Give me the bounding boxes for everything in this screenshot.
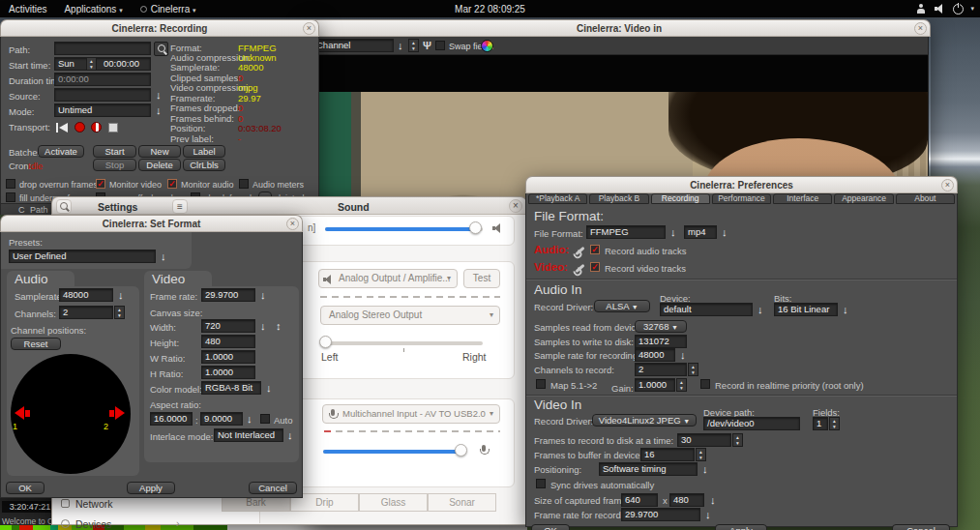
input-volume-slider[interactable] [323, 450, 463, 454]
channel-input[interactable]: Channel [312, 39, 394, 52]
cancel-button[interactable]: Cancel [892, 524, 950, 530]
settings-headerbar[interactable]: Settings ≡ Sound × [51, 196, 527, 215]
interlace-dropdown-icon[interactable]: ↓ [287, 428, 293, 442]
delete-button[interactable]: Delete [138, 159, 181, 171]
fill-underrun-checkbox[interactable] [6, 192, 15, 202]
gain-spinner[interactable]: ▴▾ [676, 378, 687, 392]
audio-device-dropdown-icon[interactable]: ↓ [757, 303, 763, 316]
timeline-strip[interactable] [0, 525, 227, 530]
source-input[interactable] [54, 88, 151, 102]
tab-interface[interactable]: Interface [773, 193, 832, 204]
stop-button[interactable]: Stop [93, 159, 136, 171]
samplerate-input[interactable]: 48000 [59, 288, 113, 302]
presets-dropdown[interactable]: User Defined [9, 250, 156, 263]
frame-rate-input[interactable]: 29.9700 [201, 288, 255, 302]
width-updown-icon[interactable]: ↕ [276, 319, 282, 333]
gain-input[interactable]: 1.0000 [635, 378, 675, 392]
activate-button[interactable]: Activate [38, 145, 84, 158]
test-speakers-button[interactable]: Test [463, 269, 500, 288]
width-input[interactable]: 720 [201, 319, 255, 333]
ok-button[interactable]: OK [6, 482, 45, 494]
positioning-dropdown-icon[interactable]: ↓ [702, 462, 708, 476]
apply-button[interactable]: Apply [127, 482, 175, 494]
alert-sound-sonar[interactable]: Sonar [428, 493, 496, 512]
video-wrench-icon[interactable] [575, 264, 584, 273]
start-button[interactable]: Start [93, 145, 136, 158]
bits-dropdown-icon[interactable]: ↓ [843, 303, 848, 316]
tab-appearance[interactable]: Appearance [834, 193, 893, 204]
sync-drives-checkbox[interactable] [536, 479, 546, 488]
record-video-checkbox[interactable]: ✓ [590, 262, 600, 272]
audio-wrench-icon[interactable] [575, 247, 584, 255]
applications-menu[interactable]: Applications ▾ [55, 4, 131, 15]
record-frame-rate-dropdown-icon[interactable]: ↓ [705, 508, 711, 521]
tab-recording[interactable]: Recording [651, 193, 710, 204]
system-volume-slider[interactable] [325, 227, 483, 231]
tab-about[interactable]: About [896, 193, 955, 204]
close-icon[interactable]: × [509, 199, 522, 213]
container-dropdown-icon[interactable]: ↓ [722, 225, 728, 239]
samplerate-dropdown-icon[interactable]: ↓ [118, 288, 124, 302]
start-time-input[interactable]: Sun ▴▾ 00:00:00 [54, 57, 151, 71]
single-frame-record-icon[interactable] [91, 122, 102, 132]
user-status-icon[interactable] [915, 3, 927, 15]
balance-slider[interactable] [325, 341, 483, 345]
close-icon[interactable]: × [941, 179, 954, 191]
positioning-input[interactable]: Software timing [599, 462, 698, 476]
capture-width-input[interactable]: 640 [621, 493, 658, 507]
app-menu-cinelerra[interactable]: Cinelerra ▾ [132, 4, 205, 15]
close-icon[interactable]: × [286, 218, 299, 230]
channel-spinner[interactable]: ▴▾ [408, 39, 419, 52]
fields-spinner[interactable]: ▴▾ [829, 417, 840, 430]
start-day-spinner[interactable]: ▴▾ [86, 57, 97, 71]
close-icon[interactable]: × [914, 22, 927, 35]
set-format-titlebar[interactable]: Cinelerra: Set Format × [0, 215, 303, 232]
realtime-checkbox[interactable] [700, 379, 710, 389]
bits-input[interactable]: 16 Bit Linear [774, 303, 838, 316]
mode-input[interactable]: Untimed [54, 103, 151, 117]
file-format-input[interactable]: FFMPEG [586, 225, 666, 239]
monitor-audio-checkbox[interactable]: ✓ [167, 179, 177, 189]
channels-spinner[interactable]: ▴▾ [114, 306, 125, 319]
samples-write-input[interactable]: 131072 [635, 335, 687, 348]
skip-back-icon[interactable] [56, 123, 69, 132]
frames-disk-input[interactable]: 30 [677, 433, 731, 447]
container-input[interactable]: mp4 [684, 225, 717, 239]
source-dropdown-icon[interactable]: ↓ [156, 88, 162, 102]
volume-icon[interactable] [934, 3, 945, 15]
start-day-value[interactable]: Sun [58, 58, 74, 69]
audio-device-input[interactable]: default [660, 303, 753, 316]
stop-icon[interactable] [108, 123, 118, 132]
fields-input[interactable]: 1 [813, 417, 828, 430]
frames-buffer-input[interactable]: 16 [640, 448, 695, 461]
output-device-dropdown[interactable]: Analog Output / Amplifie...▾ [318, 269, 458, 288]
channel-dropdown-icon[interactable]: ↓ [398, 39, 403, 52]
recording-titlebar[interactable]: Cinelerra: Recording × [0, 19, 319, 37]
height-input[interactable]: 480 [201, 335, 255, 348]
color-model-input[interactable]: RGBA-8 Bit [201, 381, 261, 395]
sample-rate-dropdown-icon[interactable]: ↓ [680, 348, 686, 362]
picture-settings-icon[interactable] [481, 40, 493, 52]
audio-record-driver-dropdown[interactable]: ALSA ▼ [594, 300, 650, 312]
aspect-w-input[interactable]: 16.0000 [150, 412, 193, 426]
output-profile-dropdown[interactable]: Analog Stereo Output▾ [320, 306, 500, 325]
map51-checkbox[interactable] [536, 379, 546, 389]
channel-2-speaker-icon[interactable] [109, 406, 125, 421]
sample-rate-input[interactable]: 48000 [635, 348, 675, 362]
video-record-driver-dropdown[interactable]: Video4Linux2 JPEG ▼ [592, 414, 697, 427]
ok-button[interactable]: OK [531, 524, 570, 530]
alert-sound-glass[interactable]: Glass [359, 493, 428, 512]
video-in-titlebar[interactable]: Cinelerra: Video in × [308, 19, 931, 37]
activities-button[interactable]: Activities [0, 4, 55, 15]
frames-disk-spinner[interactable]: ▴▾ [732, 433, 743, 447]
record-audio-checkbox[interactable]: ✓ [590, 245, 600, 254]
system-volume-knob[interactable] [469, 221, 482, 234]
file-format-dropdown-icon[interactable]: ↓ [670, 225, 676, 239]
width-dropdown-icon[interactable]: ↓ [260, 319, 266, 333]
search-icon[interactable] [154, 42, 168, 56]
duration-input[interactable]: 0:00:00 [54, 73, 151, 86]
capture-height-input[interactable]: 480 [669, 493, 704, 507]
cancel-button[interactable]: Cancel [249, 482, 297, 494]
system-menu-chevron-icon[interactable]: ▾ [970, 5, 974, 13]
close-icon[interactable]: × [303, 22, 315, 35]
